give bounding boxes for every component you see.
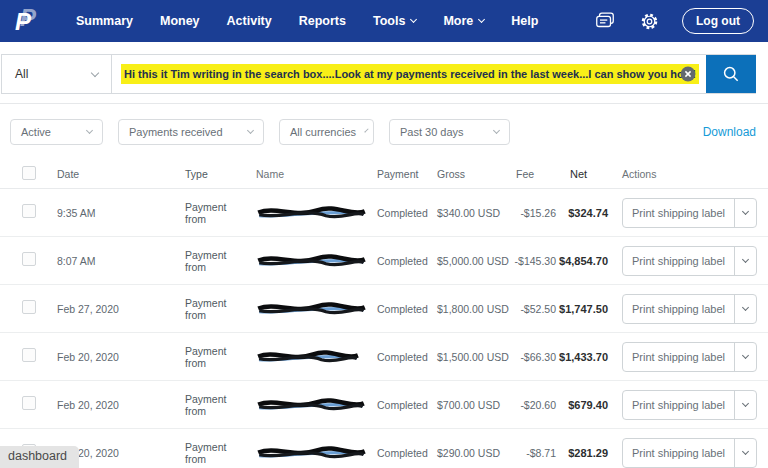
search-bar: All Hi this it Tim writing in the search… <box>1 54 756 94</box>
search-input[interactable]: Hi this it Tim writing in the search box… <box>112 55 676 93</box>
print-shipping-label-button[interactable]: Print shipping label <box>622 438 757 468</box>
chevron-down-icon <box>742 255 749 262</box>
filter-status-select[interactable]: Active <box>10 119 103 145</box>
filter-currency-select[interactable]: All currencies <box>279 119 374 145</box>
column-header-gross: Gross <box>430 168 509 180</box>
transaction-type: Payment from <box>175 249 247 273</box>
fee-amount: -$52.50 <box>509 303 558 315</box>
payment-status: Completed <box>367 447 430 459</box>
redacted-name-scribble <box>256 301 367 316</box>
payment-status: Completed <box>367 255 430 267</box>
search-icon <box>721 64 741 84</box>
gross-amount: $5,000.00 USD <box>430 255 509 267</box>
payment-status: Completed <box>367 399 430 411</box>
chevron-down-icon <box>742 399 749 406</box>
column-header-net: Net <box>558 168 610 180</box>
clear-search-icon[interactable] <box>680 55 696 93</box>
nav-item-activity[interactable]: Activity <box>227 14 272 28</box>
messages-icon[interactable] <box>594 10 616 32</box>
chevron-down-icon <box>478 16 485 23</box>
transaction-name <box>247 349 367 364</box>
nav-item-reports[interactable]: Reports <box>299 14 346 28</box>
transaction-name <box>247 397 367 412</box>
chevron-down-icon <box>493 127 500 134</box>
chevron-down-icon <box>364 128 368 132</box>
transaction-type: Payment from <box>175 345 247 369</box>
logout-button[interactable]: Log out <box>682 8 754 34</box>
nav-right-group: Log out <box>594 8 754 34</box>
net-amount: $4,854.70 <box>558 255 610 267</box>
column-header-name: Name <box>247 168 367 180</box>
print-shipping-label-button[interactable]: Print shipping label <box>622 294 757 324</box>
search-scope-select[interactable]: All <box>2 55 112 93</box>
settings-gear-icon[interactable] <box>638 10 660 32</box>
transaction-date: Feb 20, 2020 <box>45 351 175 363</box>
gross-amount: $700.00 USD <box>430 399 509 411</box>
nav-item-more[interactable]: More <box>443 14 484 28</box>
redacted-name-scribble <box>256 397 366 412</box>
print-shipping-label-button[interactable]: Print shipping label <box>622 198 757 228</box>
table-row: 9:35 AM Payment from Completed $340.00 U… <box>0 189 768 237</box>
transaction-name <box>247 445 367 460</box>
chevron-down-icon <box>742 447 749 454</box>
action-dropdown-toggle[interactable] <box>734 247 756 275</box>
nav-item-help[interactable]: Help <box>511 14 538 28</box>
chevron-down-icon <box>410 16 417 23</box>
column-header-fee: Fee <box>509 168 558 180</box>
column-header-type: Type <box>175 168 247 180</box>
transaction-type: Payment from <box>175 393 247 417</box>
action-dropdown-toggle[interactable] <box>734 199 756 227</box>
gross-amount: $1,800.00 USD <box>430 303 509 315</box>
transaction-date: 8:07 AM <box>45 255 175 267</box>
search-query-text: Hi this it Tim writing in the search box… <box>121 64 699 84</box>
chevron-down-icon <box>91 68 99 76</box>
top-nav: P P Summary Money Activity Reports Tools… <box>0 0 768 42</box>
action-dropdown-toggle[interactable] <box>734 295 756 323</box>
table-row: Feb 27, 2020 Payment from Completed $1,8… <box>0 285 768 333</box>
section-divider <box>0 103 768 104</box>
filter-date-range-select[interactable]: Past 30 days <box>389 119 510 145</box>
row-checkbox[interactable] <box>22 252 36 266</box>
payment-status: Completed <box>367 303 430 315</box>
gross-amount: $1,500.00 USD <box>430 351 509 363</box>
row-checkbox[interactable] <box>22 348 36 362</box>
redacted-name-scribble <box>256 445 367 460</box>
search-button[interactable] <box>706 55 756 93</box>
transaction-date: Feb 27, 2020 <box>45 303 175 315</box>
print-shipping-label-button[interactable]: Print shipping label <box>622 390 757 420</box>
payment-status: Completed <box>367 351 430 363</box>
nav-item-summary[interactable]: Summary <box>76 14 133 28</box>
print-shipping-label-button[interactable]: Print shipping label <box>622 246 757 276</box>
table-row: Feb 20, 2020 Payment from Completed $1,5… <box>0 333 768 381</box>
redacted-name-scribble <box>256 205 367 220</box>
chevron-down-icon <box>86 127 93 134</box>
action-dropdown-toggle[interactable] <box>734 343 756 371</box>
paypal-logo-icon[interactable]: P P <box>14 6 44 36</box>
net-amount: $1,433.70 <box>558 351 610 363</box>
transaction-type: Payment from <box>175 201 247 225</box>
download-link[interactable]: Download <box>703 125 756 139</box>
fee-amount: -$66.30 <box>509 351 558 363</box>
table-row: 8:07 AM Payment from Completed $5,000.00… <box>0 237 768 285</box>
select-all-checkbox[interactable] <box>22 166 36 180</box>
action-dropdown-toggle[interactable] <box>734 439 756 467</box>
nav-item-money[interactable]: Money <box>160 14 200 28</box>
net-amount: $679.40 <box>558 399 610 411</box>
row-checkbox[interactable] <box>22 396 36 410</box>
nav-item-tools[interactable]: Tools <box>373 14 416 28</box>
fee-amount: -$145.30 <box>509 255 558 267</box>
transaction-name <box>247 205 367 220</box>
action-dropdown-toggle[interactable] <box>734 391 756 419</box>
transaction-type: Payment from <box>175 441 247 465</box>
transaction-date: 9:35 AM <box>45 207 175 219</box>
redacted-name-scribble <box>256 349 360 364</box>
row-checkbox[interactable] <box>22 204 36 218</box>
filter-type-select[interactable]: Payments received <box>118 119 264 145</box>
table-row: Feb 20, 2020 Payment from Completed $700… <box>0 381 768 429</box>
row-checkbox[interactable] <box>22 300 36 314</box>
chevron-down-icon <box>742 303 749 310</box>
net-amount: $324.74 <box>558 207 610 219</box>
fee-amount: -$20.60 <box>509 399 558 411</box>
print-shipping-label-button[interactable]: Print shipping label <box>622 342 757 372</box>
transaction-type: Payment from <box>175 297 247 321</box>
